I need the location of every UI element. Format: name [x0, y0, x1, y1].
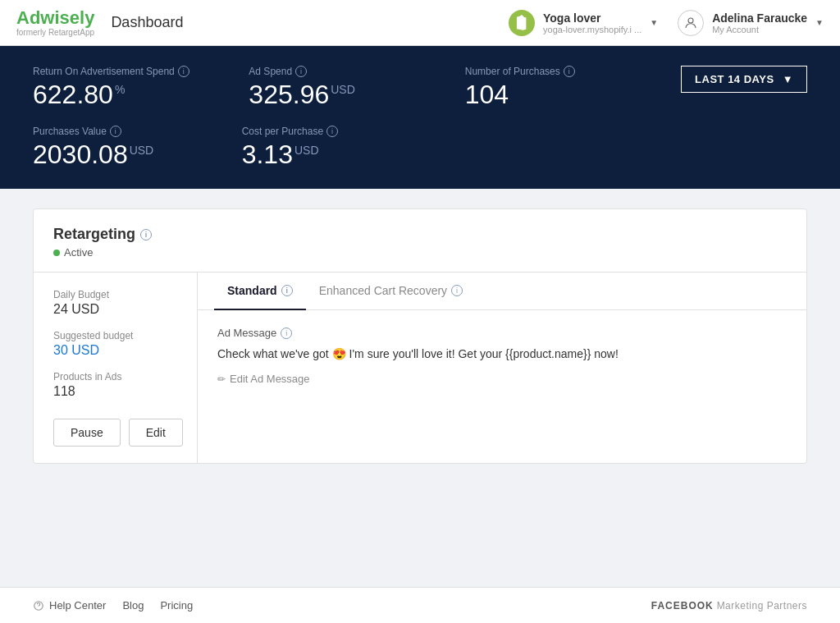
cost-per-purchase-label: Cost per Purchase i: [242, 126, 451, 137]
ad-message-label: Ad Message i: [217, 327, 787, 339]
active-dot-icon: [53, 250, 60, 256]
footer-right: FACEBOOK Marketing Partners: [651, 600, 807, 612]
roas-info-icon[interactable]: i: [178, 66, 189, 77]
roas-value: 622.80%: [33, 80, 249, 109]
card-header: Retargeting i Active: [34, 209, 806, 273]
roas-stat: Return On Advertisement Spend i 622.80%: [33, 66, 249, 109]
roas-label: Return On Advertisement Spend i: [33, 66, 249, 77]
daily-budget-value: 24 USD: [53, 302, 177, 317]
footer-left: Help Center Blog Pricing: [33, 599, 193, 612]
store-text: Yoga lover yoga-lover.myshopify.i ...: [543, 11, 641, 34]
stats-row-2: Purchases Value i 2030.08USD Cost per Pu…: [33, 126, 807, 169]
card-buttons: Pause Edit: [53, 419, 177, 447]
facebook-text: FACEBOOK: [651, 600, 714, 612]
tab-enhanced-cart-recovery[interactable]: Enhanced Cart Recovery i: [306, 273, 476, 310]
suggested-budget-stat: Suggested budget 30 USD: [53, 330, 177, 358]
account-label: My Account: [712, 25, 807, 34]
retargeting-info-icon[interactable]: i: [140, 229, 152, 240]
date-filter-chevron-icon: ▼: [783, 73, 793, 85]
daily-budget-stat: Daily Budget 24 USD: [53, 289, 177, 317]
purchases-value-info-icon[interactable]: i: [110, 126, 121, 137]
suggested-budget-label: Suggested budget: [53, 330, 177, 341]
date-filter-selector[interactable]: LAST 14 DAYS ▼: [681, 66, 807, 93]
account-name: Adelina Faraucke: [712, 11, 807, 25]
chevron-down-icon: ▼: [650, 18, 658, 27]
purchases-value-stat: Purchases Value i 2030.08USD: [33, 126, 242, 169]
header: Adwisely formerly RetargetApp Dashboard …: [0, 0, 840, 46]
suggested-budget-link[interactable]: 30 USD: [53, 343, 99, 357]
marketing-partners-text: Marketing Partners: [717, 600, 807, 612]
ad-message-text: Check what we've got 😍 I'm sure you'll l…: [217, 346, 787, 363]
products-stat: Products in Ads 118: [53, 371, 177, 399]
store-name: Yoga lover: [543, 11, 641, 25]
edit-ad-message-link[interactable]: ✏ Edit Ad Message: [217, 373, 787, 385]
purchases-stat: Number of Purchases i 104: [465, 66, 681, 109]
pricing-link[interactable]: Pricing: [160, 599, 193, 612]
daily-budget-label: Daily Budget: [53, 289, 177, 300]
help-icon: [33, 600, 44, 612]
active-status: Active: [53, 246, 787, 259]
cost-per-purchase-info-icon[interactable]: i: [326, 126, 338, 137]
pencil-icon: ✏: [217, 373, 226, 385]
products-label: Products in Ads: [53, 371, 177, 383]
card-right-panel: Standard i Enhanced Cart Recovery i Ad M…: [198, 273, 806, 463]
logo-text: Adwisely: [16, 8, 94, 28]
status-badge: Active: [64, 246, 93, 259]
pause-button[interactable]: Pause: [53, 419, 121, 447]
stats-row-1: Return On Advertisement Spend i 622.80% …: [33, 66, 807, 109]
account-icon: [678, 10, 704, 36]
account-selector[interactable]: Adelina Faraucke My Account ▼: [678, 10, 824, 36]
tab-content: Ad Message i Check what we've got 😍 I'm …: [198, 310, 806, 401]
purchases-info-icon[interactable]: i: [564, 66, 575, 77]
card-body: Daily Budget 24 USD Suggested budget 30 …: [34, 273, 806, 463]
ad-spend-label: Ad Spend i: [249, 66, 464, 77]
ad-spend-info-icon[interactable]: i: [295, 66, 307, 77]
cost-per-purchase-stat: Cost per Purchase i 3.13USD: [242, 126, 451, 169]
page-title: Dashboard: [111, 14, 183, 31]
blog-link[interactable]: Blog: [122, 599, 144, 612]
purchases-value: 104: [465, 80, 681, 109]
purchases-value-val: 2030.08USD: [33, 140, 242, 169]
products-value: 118: [53, 384, 177, 399]
card-left-panel: Daily Budget 24 USD Suggested budget 30 …: [34, 273, 198, 463]
account-text: Adelina Faraucke My Account: [712, 11, 807, 34]
store-url: yoga-lover.myshopify.i ...: [543, 25, 641, 34]
shopify-icon: [509, 10, 535, 36]
account-chevron-icon: ▼: [815, 18, 824, 27]
svg-point-0: [688, 18, 693, 23]
purchases-label: Number of Purchases i: [465, 66, 681, 77]
ad-spend-value: 325.96USD: [249, 80, 464, 109]
edit-button[interactable]: Edit: [129, 419, 183, 447]
logo-area: Adwisely formerly RetargetApp: [16, 8, 94, 37]
standard-tab-info-icon[interactable]: i: [281, 285, 293, 296]
logo-subtext: formerly RetargetApp: [16, 28, 94, 37]
date-filter-label: LAST 14 DAYS: [695, 73, 774, 85]
enhanced-tab-info-icon[interactable]: i: [451, 285, 463, 296]
card-title: Retargeting i: [53, 226, 787, 243]
stats-banner: Return On Advertisement Spend i 622.80% …: [0, 46, 840, 189]
edit-ad-message-label: Edit Ad Message: [230, 373, 310, 385]
tab-standard[interactable]: Standard i: [214, 273, 306, 310]
header-left: Adwisely formerly RetargetApp Dashboard: [16, 8, 183, 37]
store-selector[interactable]: Yoga lover yoga-lover.myshopify.i ... ▼: [509, 10, 658, 36]
ad-spend-stat: Ad Spend i 325.96USD: [249, 66, 464, 109]
help-center-link[interactable]: Help Center: [33, 599, 106, 612]
header-right: Yoga lover yoga-lover.myshopify.i ... ▼ …: [509, 10, 824, 36]
retargeting-card: Retargeting i Active Daily Budget 24 USD…: [33, 208, 807, 464]
footer: Help Center Blog Pricing FACEBOOK Market…: [0, 587, 840, 623]
tabs: Standard i Enhanced Cart Recovery i: [198, 273, 806, 310]
ad-message-info-icon[interactable]: i: [281, 328, 292, 339]
main-content: Retargeting i Active Daily Budget 24 USD…: [0, 189, 840, 483]
cost-per-purchase-val: 3.13USD: [242, 140, 451, 169]
purchases-value-label: Purchases Value i: [33, 126, 242, 137]
